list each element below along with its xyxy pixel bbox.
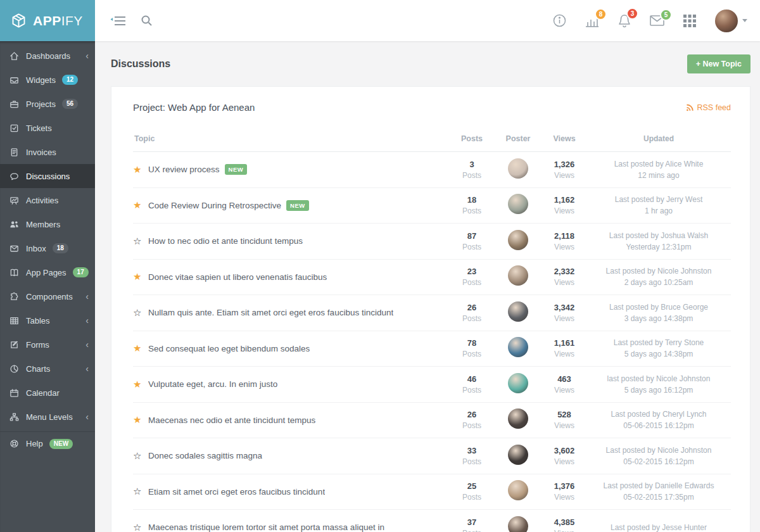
updated-by: Last posted by Joshua Walsh — [586, 230, 731, 241]
sidebar-toggle-icon[interactable] — [110, 15, 127, 27]
star-icon[interactable]: ★ — [133, 343, 148, 354]
posts-label: Posts — [450, 243, 494, 251]
updated-by: Last posted by Nicole Johnston — [586, 445, 731, 456]
sidebar-item-charts[interactable]: Charts ‹ — [0, 357, 95, 381]
poster-avatar[interactable] — [508, 516, 528, 532]
table-row[interactable]: ☆ Nullam quis ante. Etiam sit amet orci … — [133, 295, 731, 331]
topic-title[interactable]: Maecenas nec odio et ante tincidunt temp… — [148, 415, 315, 425]
sidebar-item-calendar[interactable]: Calendar — [0, 381, 95, 405]
topic-title[interactable]: How to nec odio et ante tincidunt tempus — [148, 236, 303, 246]
star-icon[interactable]: ☆ — [133, 450, 148, 462]
updated-info: Last posted by Danielle Edwards 05-02-20… — [586, 480, 731, 503]
topic-title[interactable]: Nullam quis ante. Etiam sit amet orci eg… — [148, 308, 393, 317]
sidebar-item-discussions[interactable]: Discussions — [0, 164, 95, 188]
views-count: 1,162 — [542, 195, 586, 205]
poster-avatar[interactable] — [508, 445, 528, 465]
apps-grid-icon[interactable] — [683, 15, 696, 27]
rss-icon — [686, 103, 694, 111]
sidebar-item-app-pages[interactable]: App Pages 17 ‹ — [0, 260, 95, 284]
poster-avatar[interactable] — [508, 194, 528, 214]
table-row[interactable]: ☆ Donec sodales sagittis magna 33 Posts … — [133, 438, 731, 474]
table-row[interactable]: ★ Sed consequat leo eget bibendum sodale… — [133, 331, 731, 367]
table-row[interactable]: ★ Donec vitae sapien ut libero venenatis… — [133, 260, 731, 296]
star-icon[interactable]: ★ — [133, 164, 148, 175]
star-icon[interactable]: ☆ — [133, 307, 148, 319]
star-icon[interactable]: ☆ — [133, 486, 148, 497]
table-row[interactable]: ★ Code Review During Retrospective NEW 1… — [133, 188, 731, 224]
table-row[interactable]: ☆ Maecenas tristique lorem tortor sit am… — [133, 510, 731, 532]
new-topic-button[interactable]: + New Topic — [687, 54, 750, 73]
updated-time: 2 days ago 10:25am — [586, 277, 731, 288]
sidebar-item-tickets[interactable]: Tickets — [0, 116, 95, 140]
topic-title[interactable]: Maecenas tristique lorem tortor sit amet… — [148, 522, 384, 532]
sidebar-item-menu-levels[interactable]: Menu Levels ‹ — [0, 405, 95, 429]
table-row[interactable]: ★ Maecenas nec odio et ante tincidunt te… — [133, 403, 731, 439]
views-label: Views — [542, 171, 586, 180]
sidebar-item-invoices[interactable]: Invoices — [0, 140, 95, 164]
posts-count: 25 — [450, 481, 494, 491]
poster-avatar[interactable] — [508, 230, 528, 250]
sidebar-item-projects[interactable]: Projects 56 — [0, 92, 95, 116]
poster-avatar[interactable] — [508, 301, 528, 322]
sidebar-nav: Dashboards ‹ Widgets 12 Projects 56 Tick… — [0, 41, 95, 532]
poster-avatar[interactable] — [508, 337, 528, 357]
info-icon[interactable] — [553, 14, 566, 27]
sidebar-item-tables[interactable]: Tables ‹ — [0, 308, 95, 332]
topic-title[interactable]: Vulputate eget, arcu. In enim justo — [148, 379, 277, 389]
chevron-left-icon: ‹ — [86, 292, 89, 301]
star-icon[interactable]: ☆ — [133, 522, 148, 532]
poster-avatar[interactable] — [508, 265, 528, 286]
table-row[interactable]: ★ Vulputate eget, arcu. In enim justo 46… — [133, 367, 731, 403]
new-badge: NEW — [286, 200, 309, 211]
star-icon[interactable]: ★ — [133, 271, 148, 282]
stats-icon[interactable]: 8 — [585, 15, 599, 27]
posts-count: 46 — [450, 374, 494, 384]
user-avatar[interactable] — [715, 10, 738, 32]
star-icon[interactable]: ★ — [133, 414, 148, 426]
poster-avatar[interactable] — [508, 408, 528, 429]
topic-title[interactable]: Donec vitae sapien ut libero venenatis f… — [148, 272, 327, 282]
sidebar-item-help[interactable]: Help NEW — [0, 431, 95, 455]
column-header-updated: Updated — [586, 133, 731, 144]
sidebar-item-dashboards[interactable]: Dashboards ‹ — [0, 44, 95, 68]
messages-envelope-icon[interactable]: 5 — [650, 15, 664, 26]
notifications-bell-icon[interactable]: 3 — [618, 14, 631, 28]
table-row[interactable]: ☆ How to nec odio et ante tincidunt temp… — [133, 224, 731, 260]
sidebar-item-members[interactable]: Members — [0, 212, 95, 236]
updated-by: Last posted by Bruce George — [586, 301, 731, 313]
updated-info: Last posted by Cheryl Lynch 05-06-2015 1… — [586, 408, 731, 431]
table-row[interactable]: ☆ Etiam sit amet orci eget eros faucibus… — [133, 474, 731, 510]
briefcase-icon — [10, 99, 20, 109]
star-icon[interactable]: ☆ — [133, 236, 148, 247]
user-menu[interactable] — [715, 10, 747, 32]
topic-title[interactable]: Etiam sit amet orci eget eros faucibus t… — [148, 487, 325, 497]
star-icon[interactable]: ★ — [133, 379, 148, 390]
sidebar-item-inbox[interactable]: Inbox 18 — [0, 236, 95, 260]
sidebar-item-activities[interactable]: Activities — [0, 188, 95, 212]
activities-icon — [10, 196, 20, 205]
views-count: 1,326 — [542, 160, 586, 169]
tables-icon — [10, 316, 20, 326]
table-row[interactable]: ★ UX review process NEW 3 Posts 1,326 Vi… — [133, 152, 731, 188]
poster-avatar[interactable] — [508, 480, 528, 500]
page-title: Discussions — [111, 58, 170, 70]
topic-title[interactable]: Code Review During Retrospective — [148, 201, 281, 210]
chevron-left-icon: ‹ — [86, 51, 89, 60]
topic-title[interactable]: UX review process — [148, 165, 220, 174]
sidebar-item-badge: NEW — [49, 439, 73, 449]
topic-title[interactable]: Donec sodales sagittis magna — [148, 451, 262, 460]
sidebar-item-widgets[interactable]: Widgets 12 — [0, 68, 95, 92]
rss-feed-link[interactable]: RSS feed — [686, 103, 731, 112]
tickets-icon — [10, 124, 20, 133]
poster-avatar[interactable] — [508, 373, 528, 393]
views-label: Views — [542, 278, 586, 287]
poster-avatar[interactable] — [508, 158, 528, 179]
chevron-down-icon — [742, 19, 747, 22]
app-logo[interactable]: APPIFY — [0, 0, 95, 41]
sidebar-item-forms[interactable]: Forms ‹ — [0, 332, 95, 357]
topic-title[interactable]: Sed consequat leo eget bibendum sodales — [148, 344, 310, 353]
star-icon[interactable]: ★ — [133, 200, 148, 211]
search-icon[interactable] — [141, 15, 153, 27]
sidebar-item-components[interactable]: Components ‹ — [0, 284, 95, 308]
components-icon — [10, 292, 20, 301]
